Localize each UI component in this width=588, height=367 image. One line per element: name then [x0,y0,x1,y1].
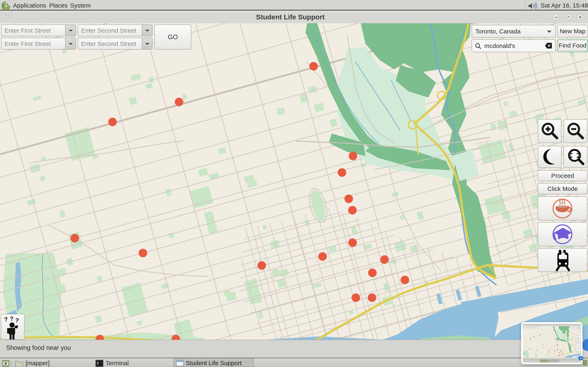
svg-text:?: ? [3,316,8,323]
svg-text:?: ? [10,315,13,322]
svg-text:?: ? [15,317,20,324]
